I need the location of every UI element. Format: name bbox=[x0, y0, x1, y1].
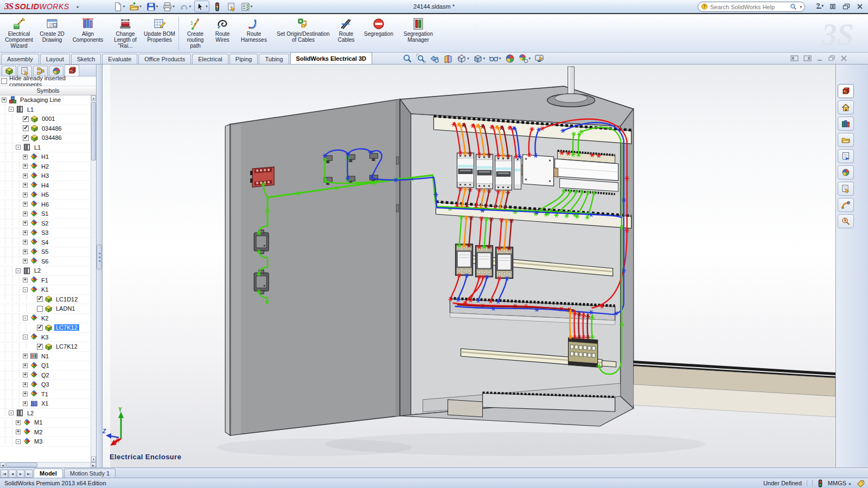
tree-item-m1[interactable]: +M1 bbox=[0, 418, 91, 428]
tree-item-h3[interactable]: +H3 bbox=[0, 171, 91, 181]
tree-item-t1[interactable]: +T1 bbox=[0, 390, 91, 400]
new-document-button[interactable]: ▾ bbox=[112, 1, 127, 12]
tree-checkbox[interactable] bbox=[23, 125, 29, 131]
viewport-minimize-button[interactable] bbox=[816, 54, 824, 63]
task-pane-tab-resources[interactable] bbox=[838, 100, 854, 114]
dropdown-caret-icon[interactable]: ▾ bbox=[206, 4, 208, 9]
tree-item-s6[interactable]: +S6 bbox=[0, 257, 91, 267]
search-icon[interactable] bbox=[790, 3, 797, 10]
select-tool-button[interactable]: ▾ bbox=[194, 1, 209, 12]
tree-expand-plus-icon[interactable]: + bbox=[23, 363, 28, 368]
plc-module[interactable] bbox=[555, 151, 618, 194]
help-search-box[interactable]: ? ▾ bbox=[698, 2, 805, 12]
last-tab-icon[interactable]: ▶| bbox=[25, 470, 33, 478]
tree-item-f1[interactable]: +F1 bbox=[0, 276, 91, 286]
tree-expand-plus-icon[interactable]: + bbox=[23, 221, 28, 226]
tree-item-034486[interactable]: 034486 bbox=[0, 133, 91, 143]
next-tab-icon[interactable]: ▶ bbox=[17, 470, 24, 478]
ribbon-segregation-button[interactable]: Segregation bbox=[359, 15, 399, 52]
tree-item-l2[interactable]: -L2 bbox=[0, 409, 91, 419]
first-tab-icon[interactable]: |◀ bbox=[1, 470, 8, 478]
task-pane-tab-view-palette[interactable] bbox=[838, 149, 854, 163]
zoom-previous-button[interactable] bbox=[430, 54, 439, 63]
search-caret-icon[interactable]: ▾ bbox=[800, 5, 802, 9]
tab-evaluate[interactable]: Evaluate bbox=[102, 54, 137, 64]
tree-expand-minus-icon[interactable]: - bbox=[23, 316, 28, 320]
tree-expand-plus-icon[interactable]: + bbox=[23, 391, 28, 396]
tree-expand-plus-icon[interactable]: + bbox=[23, 278, 28, 282]
dropdown-caret-icon[interactable]: ▾ bbox=[251, 4, 253, 9]
tree-expand-plus-icon[interactable]: + bbox=[23, 373, 28, 377]
tree-expand-plus-icon[interactable]: + bbox=[23, 202, 28, 207]
tree-expand-plus-icon[interactable]: + bbox=[16, 429, 21, 434]
tree-expand-plus-icon[interactable]: + bbox=[2, 98, 7, 102]
tree-checkbox[interactable] bbox=[23, 135, 29, 141]
search-input[interactable] bbox=[710, 4, 788, 10]
pane-right-icon[interactable] bbox=[803, 54, 812, 63]
tree-expand-minus-icon[interactable]: - bbox=[9, 410, 14, 415]
tree-checkbox[interactable] bbox=[37, 296, 43, 302]
tree-item-q3[interactable]: +Q3 bbox=[0, 380, 91, 390]
ribbon-length-button[interactable]: Change Length of "Rai... bbox=[108, 15, 142, 52]
tree-horizontal-scrollbar[interactable]: ◀ ▶ bbox=[0, 462, 96, 467]
rebuild-stoplight-button[interactable] bbox=[211, 1, 224, 12]
dropdown-caret-icon[interactable]: ▾ bbox=[139, 4, 142, 9]
dropdown-caret-icon[interactable]: ▾ bbox=[123, 4, 125, 9]
pane-left-icon[interactable] bbox=[790, 54, 799, 63]
task-pane-tab-electrical-search[interactable] bbox=[838, 214, 854, 228]
scroll-down-icon[interactable]: ▼ bbox=[91, 457, 96, 462]
task-pane-tab-design-library[interactable] bbox=[838, 117, 854, 131]
scroll-left-icon[interactable]: ◀ bbox=[0, 463, 5, 467]
tree-expand-plus-icon[interactable]: + bbox=[23, 354, 28, 358]
ribbon-routepath-button[interactable]: Create routing path bbox=[181, 15, 210, 52]
tree-item-q2[interactable]: +Q2 bbox=[0, 371, 91, 381]
prev-tab-icon[interactable]: ◀ bbox=[9, 470, 16, 478]
task-pane-tab-custom-properties[interactable] bbox=[838, 182, 854, 196]
hide-show-items-button[interactable]: ▾ bbox=[489, 54, 501, 63]
tree-expand-plus-icon[interactable]: + bbox=[23, 240, 28, 245]
dropdown-caret-icon[interactable]: ▾ bbox=[483, 56, 486, 61]
view-orientation-button[interactable]: ▾ bbox=[457, 54, 469, 63]
scroll-up-icon[interactable]: ▲ bbox=[91, 95, 96, 101]
options-button[interactable]: ▾ bbox=[239, 1, 254, 12]
tree-expand-minus-icon[interactable]: - bbox=[23, 287, 28, 292]
tree-item-s3[interactable]: +S3 bbox=[0, 228, 91, 238]
tree-item-h1[interactable]: +H1 bbox=[0, 152, 91, 162]
task-pane-tab-swe-home[interactable] bbox=[838, 84, 854, 98]
save-document-button[interactable]: ▾ bbox=[145, 1, 160, 12]
tree-expand-plus-icon[interactable]: + bbox=[23, 382, 28, 387]
tree-item-l1[interactable]: -L1 bbox=[0, 105, 91, 115]
ribbon-routecables-button[interactable]: Route Cables bbox=[334, 15, 359, 52]
tree-item-x1[interactable]: +X1 bbox=[0, 399, 91, 409]
tree-item-l2[interactable]: -L2 bbox=[0, 266, 91, 276]
symbols-column-header[interactable]: Symbols bbox=[0, 86, 96, 95]
panel-splitter[interactable]: ◂◂◂ bbox=[97, 65, 103, 467]
tree-item-s4[interactable]: +S4 bbox=[0, 238, 91, 248]
minimize-button[interactable] bbox=[814, 2, 824, 10]
view-settings-button[interactable]: ▾ bbox=[519, 54, 531, 63]
tree-expand-minus-icon[interactable]: - bbox=[9, 107, 14, 112]
tree-expand-plus-icon[interactable]: + bbox=[23, 259, 28, 264]
tree-item-s5[interactable]: +S5 bbox=[0, 247, 91, 257]
units-selector[interactable]: MMGS▲ bbox=[828, 480, 852, 486]
door-switch-2[interactable] bbox=[254, 270, 269, 294]
task-pane-tab-routing-library[interactable] bbox=[838, 198, 854, 212]
hide-inserted-checkbox[interactable] bbox=[1, 78, 7, 84]
tag-icon[interactable] bbox=[857, 479, 865, 487]
tab-solidworks-electrical-3d[interactable]: SolidWorks Electrical 3D bbox=[290, 52, 372, 64]
task-pane-tab-file-explorer[interactable] bbox=[838, 133, 854, 147]
tree-expand-plus-icon[interactable]: + bbox=[23, 183, 28, 188]
dropdown-caret-icon[interactable]: ▾ bbox=[156, 4, 158, 9]
tree-expand-plus-icon[interactable]: + bbox=[23, 230, 28, 235]
tree-item-q1[interactable]: +Q1 bbox=[0, 361, 91, 371]
tree-item-lc7k12[interactable]: LC7K12 bbox=[0, 323, 91, 333]
tab-piping[interactable]: Piping bbox=[229, 54, 258, 64]
scroll-right-icon[interactable]: ▶ bbox=[91, 463, 96, 467]
tree-item-k2[interactable]: -K2 bbox=[0, 314, 91, 324]
ribbon-wizard-button[interactable]: Electrical Component Wizard bbox=[1, 15, 37, 52]
dropdown-caret-icon[interactable]: ▾ bbox=[173, 4, 175, 9]
tree-item-m3[interactable]: -M3 bbox=[0, 437, 91, 447]
open-document-button[interactable]: ▾ bbox=[128, 1, 143, 12]
close-button[interactable] bbox=[855, 2, 865, 10]
tree-item-m2[interactable]: +M2 bbox=[0, 428, 91, 438]
